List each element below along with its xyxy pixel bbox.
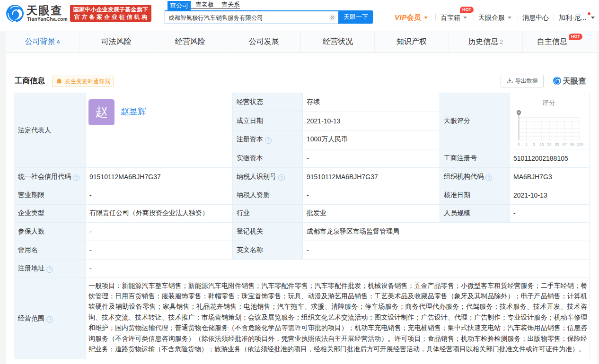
svg-text:50: 50 [547,142,552,147]
svg-text:3: 3 [533,142,536,147]
svg-text:99: 99 [570,142,574,147]
svg-text:1: 1 [526,142,528,147]
svg-text:100: 100 [577,142,583,147]
svg-text:85: 85 [555,142,559,147]
svg-text:0: 0 [518,142,520,147]
svg-text:97: 97 [563,142,567,147]
svg-text:评分: 评分 [542,99,555,106]
svg-text:15: 15 [540,142,544,147]
svg-text:天眼查: 天眼查 [562,77,586,85]
